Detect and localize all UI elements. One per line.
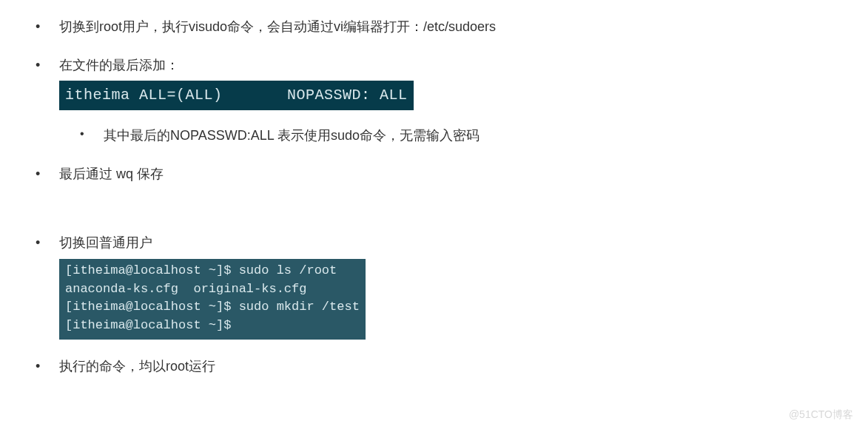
code-sudoers-line: itheima ALL=(ALL) NOPASSWD: ALL [59, 81, 414, 110]
bullet-text-1: 切换到root用户，执行visudo命令，会自动通过vi编辑器打开：/etc/s… [59, 19, 496, 34]
bullet-item-2: 在文件的最后添加： itheima ALL=(ALL) NOPASSWD: AL… [0, 53, 868, 147]
bullet-text-5: 执行的命令，均以root运行 [59, 359, 215, 374]
code-terminal-output: [itheima@localhost ~]$ sudo ls /root ana… [59, 259, 366, 340]
sub-bullet-item-1: 其中最后的NOPASSWD:ALL 表示使用sudo命令，无需输入密码 [59, 124, 868, 147]
bullet-text-2: 在文件的最后添加： [59, 58, 179, 72]
watermark: @51CTO博客 [789, 408, 853, 422]
bullet-item-5: 执行的命令，均以root运行 [0, 354, 868, 378]
bullet-item-4: 切换回普通用户 [itheima@localhost ~]$ sudo ls /… [0, 231, 868, 340]
bullet-item-1: 切换到root用户，执行visudo命令，会自动通过vi编辑器打开：/etc/s… [0, 15, 868, 38]
sub-bullet-text-1: 其中最后的NOPASSWD:ALL 表示使用sudo命令，无需输入密码 [104, 128, 480, 143]
bullet-text-4: 切换回普通用户 [59, 235, 152, 250]
bullet-item-3: 最后通过 wq 保存 [0, 162, 868, 186]
main-bullet-list: 切换到root用户，执行visudo命令，会自动通过vi编辑器打开：/etc/s… [0, 15, 868, 378]
spacer [0, 201, 868, 231]
bullet-text-3: 最后通过 wq 保存 [59, 166, 164, 181]
